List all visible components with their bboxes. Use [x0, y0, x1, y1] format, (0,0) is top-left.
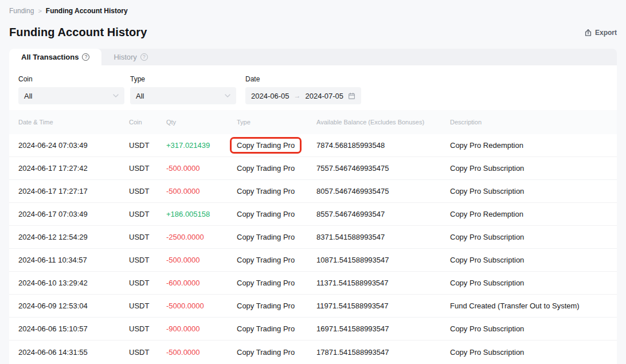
- qty-cell: +186.005158: [166, 210, 237, 218]
- tab-history-label: History: [114, 53, 136, 61]
- col-coin: Coin: [129, 119, 166, 126]
- datetime-cell: 2024-06-10 13:29:42: [18, 279, 129, 287]
- datetime-cell: 2024-06-24 07:03:49: [18, 141, 129, 150]
- qty-cell: -500.0000: [166, 187, 237, 195]
- col-description: Description: [450, 119, 608, 126]
- balance-cell: 8557.546746993547: [316, 210, 450, 218]
- type-cell: Copy Trading Pro: [237, 256, 316, 264]
- breadcrumb-current-page: Funding Account History: [46, 7, 128, 15]
- table-row: 2024-06-17 17:27:42 USDT -500.0000 Copy …: [9, 157, 617, 180]
- qty-cell: -5000.0000: [166, 302, 237, 310]
- datetime-cell: 2024-06-17 17:27:42: [18, 164, 129, 173]
- type-cell: Copy Trading Pro: [237, 302, 316, 310]
- col-qty: Qty: [166, 119, 237, 126]
- chevron-down-icon: [225, 94, 230, 97]
- date-range-picker[interactable]: 2024-06-05 → 2024-07-05: [245, 87, 361, 104]
- coin-cell: USDT: [129, 348, 166, 357]
- title-row: Funding Account History Export: [9, 26, 617, 39]
- coin-select-value: All: [24, 92, 32, 100]
- type-value: Copy Trading Pro: [237, 141, 295, 150]
- calendar-icon: [348, 92, 355, 100]
- tab-all-transactions-label: All Transactions: [21, 53, 79, 61]
- qty-cell: -500.0000: [166, 256, 237, 264]
- datetime-cell: 2024-06-06 15:10:57: [18, 324, 129, 333]
- datetime-cell: 2024-06-17 07:03:49: [18, 210, 129, 218]
- page-title: Funding Account History: [9, 26, 147, 39]
- tab-all-transactions[interactable]: All Transactions ?: [9, 49, 101, 65]
- date-range-arrow: →: [294, 92, 301, 100]
- help-icon[interactable]: ?: [140, 53, 148, 61]
- table-row: 2024-06-17 17:27:17 USDT -500.0000 Copy …: [9, 180, 617, 203]
- description-cell: Copy Pro Subscription: [450, 279, 608, 287]
- qty-cell: -2500.0000: [166, 233, 237, 241]
- description-cell: Copy Pro Redemption: [450, 141, 608, 150]
- type-cell: Copy Trading Pro: [237, 187, 316, 195]
- type-select[interactable]: All: [130, 87, 236, 104]
- export-label: Export: [595, 29, 617, 37]
- table-row: 2024-06-09 12:53:04 USDT -5000.0000 Copy…: [9, 295, 617, 318]
- type-cell: Copy Trading Pro: [237, 324, 316, 333]
- type-cell: Copy Trading Pro: [237, 137, 316, 154]
- balance-cell: 8057.5467469935475: [316, 187, 450, 195]
- balance-cell: 7874.568185993548: [316, 141, 450, 150]
- qty-cell: -500.0000: [166, 164, 237, 173]
- table-row: 2024-06-11 10:34:57 USDT -500.0000 Copy …: [9, 249, 617, 272]
- breadcrumb-separator: >: [38, 7, 41, 14]
- coin-cell: USDT: [129, 164, 166, 173]
- type-cell: Copy Trading Pro: [237, 279, 316, 287]
- transactions-table: Date & Time Coin Qty Type Available Bala…: [9, 110, 617, 363]
- table-row: 2024-06-24 07:03:49 USDT +317.021439 Cop…: [9, 134, 617, 157]
- table-row: 2024-06-06 14:31:55 USDT -500.0000 Copy …: [9, 340, 617, 363]
- coin-filter-label: Coin: [18, 75, 124, 83]
- date-end-value: 2024-07-05: [306, 92, 344, 100]
- table-row: 2024-06-17 07:03:49 USDT +186.005158 Cop…: [9, 203, 617, 226]
- col-type: Type: [237, 119, 316, 126]
- type-filter-label: Type: [130, 75, 236, 83]
- tab-history[interactable]: History ?: [101, 49, 159, 65]
- col-date-time: Date & Time: [18, 119, 129, 126]
- coin-filter: Coin All: [18, 75, 124, 104]
- date-filter-label: Date: [245, 75, 361, 83]
- description-cell: Copy Pro Subscription: [450, 324, 608, 333]
- date-filter: Date 2024-06-05 → 2024-07-05: [245, 75, 361, 104]
- coin-cell: USDT: [129, 302, 166, 310]
- type-select-value: All: [136, 92, 144, 100]
- coin-cell: USDT: [129, 187, 166, 195]
- breadcrumb: Funding > Funding Account History: [0, 0, 626, 15]
- balance-cell: 16971.541588993547: [316, 324, 450, 333]
- type-filter: Type All: [130, 75, 236, 104]
- tab-bar: All Transactions ? History ?: [9, 49, 617, 65]
- coin-cell: USDT: [129, 324, 166, 333]
- datetime-cell: 2024-06-17 17:27:17: [18, 187, 129, 195]
- description-cell: Copy Pro Redemption: [450, 210, 608, 218]
- type-cell: Copy Trading Pro: [237, 164, 316, 173]
- breadcrumb-funding[interactable]: Funding: [9, 7, 34, 15]
- content-panel: Coin All Type All Date 2024-06-05 →: [9, 65, 617, 364]
- col-balance: Available Balance (Excludes Bonuses): [316, 119, 450, 126]
- coin-select[interactable]: All: [18, 87, 124, 104]
- balance-cell: 17871.541588993547: [316, 348, 450, 357]
- table-row: 2024-06-10 13:29:42 USDT -600.0000 Copy …: [9, 272, 617, 295]
- help-icon[interactable]: ?: [82, 53, 89, 61]
- balance-cell: 11971.541588993547: [316, 302, 450, 310]
- qty-cell: -900.0000: [166, 324, 237, 333]
- chevron-down-icon: [113, 94, 119, 97]
- coin-cell: USDT: [129, 279, 166, 287]
- datetime-cell: 2024-06-11 10:34:57: [18, 256, 129, 264]
- type-cell: Copy Trading Pro: [237, 210, 316, 218]
- description-cell: Copy Pro Subscription: [450, 187, 608, 195]
- type-cell: Copy Trading Pro: [237, 348, 316, 357]
- datetime-cell: 2024-06-06 14:31:55: [18, 348, 129, 357]
- qty-cell: +317.021439: [166, 141, 237, 150]
- table-row: 2024-06-12 12:54:29 USDT -2500.0000 Copy…: [9, 226, 617, 249]
- date-start-value: 2024-06-05: [251, 92, 289, 100]
- export-button[interactable]: Export: [584, 29, 617, 37]
- filters-bar: Coin All Type All Date 2024-06-05 →: [9, 65, 617, 104]
- qty-cell: -500.0000: [166, 348, 237, 357]
- coin-cell: USDT: [129, 210, 166, 218]
- table-header: Date & Time Coin Qty Type Available Bala…: [9, 110, 617, 134]
- datetime-cell: 2024-06-12 12:54:29: [18, 233, 129, 241]
- balance-cell: 11371.541588993547: [316, 279, 450, 287]
- coin-cell: USDT: [129, 233, 166, 241]
- qty-cell: -600.0000: [166, 279, 237, 287]
